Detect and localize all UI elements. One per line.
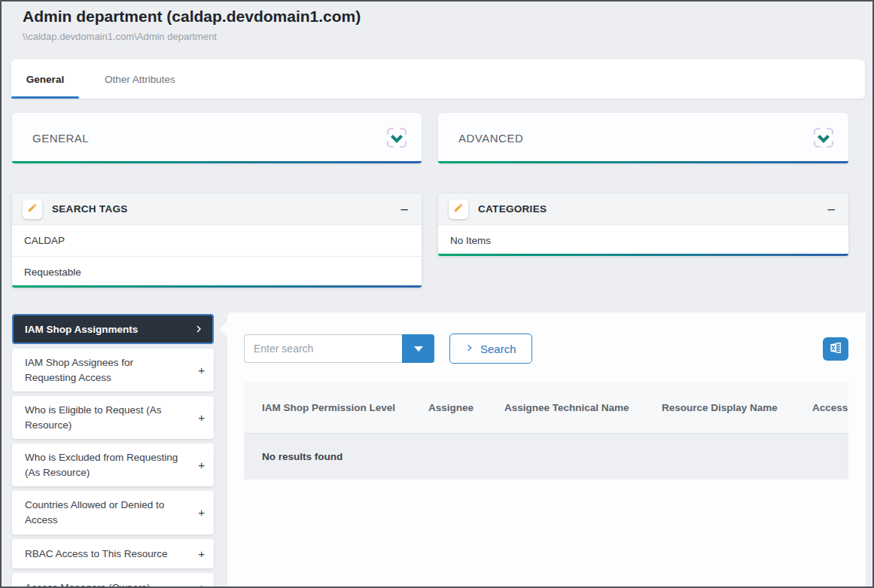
assignments-content-panel: Search IAM Shop Permission Level Assigne… <box>227 312 866 588</box>
search-tags-title: SEARCH TAGS <box>52 203 128 215</box>
menu-item-label: Access Managers (Owners) <box>25 580 151 588</box>
menu-item-rbac-access[interactable]: RBAC Access to This Resource + <box>12 539 214 569</box>
edit-categories-button[interactable] <box>449 200 468 219</box>
general-expand-button[interactable] <box>382 123 411 152</box>
menu-item-access-managers[interactable]: Access Managers (Owners) + <box>12 573 214 588</box>
menu-item-excluded-from-requesting[interactable]: Who is Excluded from Requesting (As Reso… <box>12 443 214 486</box>
assignments-table: IAM Shop Permission Level Assignee Assig… <box>244 382 848 480</box>
tab-other-attributes[interactable]: Other Attributes <box>88 59 192 99</box>
column-header-resource-display-name: Resource Display Name <box>662 402 812 413</box>
plus-glyph: + <box>193 457 205 474</box>
search-tag-item: Requestable <box>12 256 422 288</box>
chevron-down-icon <box>809 143 838 154</box>
caret-down-icon <box>414 346 423 352</box>
advanced-panel: ADVANCED <box>438 113 848 163</box>
plus-glyph: + <box>193 580 205 588</box>
column-header-assignee: Assignee <box>428 402 504 413</box>
tab-general[interactable]: General <box>11 59 79 99</box>
categories-card: CATEGORIES – No Items <box>438 193 848 256</box>
search-dropdown-button[interactable] <box>402 334 434 363</box>
plus-glyph: + <box>193 504 205 521</box>
menu-item-eligible-to-request[interactable]: Who is Eligible to Request (As Resource)… <box>12 396 214 439</box>
categories-collapse-button[interactable]: – <box>828 203 835 215</box>
column-header-assignee-technical-name: Assignee Technical Name <box>504 402 662 413</box>
column-header-permission-level: IAM Shop Permission Level <box>262 402 428 413</box>
chevron-down-icon <box>382 143 411 154</box>
breadcrumb: \\caldap.devdomain1.com\Admin department <box>23 31 361 42</box>
tab-bar: General Other Attributes <box>11 59 865 99</box>
pencil-icon <box>453 203 464 215</box>
table-header-row: IAM Shop Permission Level Assignee Assig… <box>244 382 848 433</box>
pencil-icon <box>27 203 38 215</box>
menu-item-countries-allowed-denied[interactable]: Countries Allowed or Denied to Access + <box>12 491 214 534</box>
tab-general-label: General <box>26 74 64 85</box>
menu-item-label: Who is Eligible to Request (As Resource) <box>25 403 187 432</box>
menu-item-label: Who is Excluded from Requesting (As Reso… <box>25 450 187 480</box>
search-button[interactable]: Search <box>449 334 532 364</box>
chevron-right-icon <box>194 324 203 334</box>
excel-icon <box>828 340 843 358</box>
assignments-toolbar: Search <box>244 334 848 364</box>
plus-glyph: + <box>193 410 205 426</box>
menu-item-iam-shop-assignees[interactable]: IAM Shop Assignees for Requesting Access… <box>12 349 214 391</box>
menu-item-label: IAM Shop Assignments <box>25 324 138 335</box>
menu-item-iam-shop-assignments[interactable]: IAM Shop Assignments <box>12 314 214 344</box>
active-item-pointer <box>220 321 227 337</box>
search-tags-collapse-button[interactable]: – <box>401 203 408 215</box>
menu-item-label: IAM Shop Assignees for Requesting Access <box>25 355 187 385</box>
general-panel-title: GENERAL <box>32 132 89 145</box>
search-input[interactable] <box>244 334 402 363</box>
export-excel-button[interactable] <box>823 337 848 361</box>
chevron-right-icon <box>465 343 474 355</box>
edit-search-tags-button[interactable] <box>23 200 42 219</box>
tab-other-attributes-label: Other Attributes <box>105 74 175 85</box>
minus-glyph: – <box>401 202 408 216</box>
page-header: Admin department (caldap.devdomain1.com)… <box>23 8 361 42</box>
general-panel: GENERAL <box>12 113 422 163</box>
plus-glyph: + <box>193 362 205 379</box>
column-header-access: Access <box>812 402 848 413</box>
plus-glyph: + <box>193 546 205 562</box>
page-title: Admin department (caldap.devdomain1.com) <box>23 8 361 26</box>
categories-title: CATEGORIES <box>478 203 547 215</box>
menu-item-label: Countries Allowed or Denied to Access <box>25 498 187 527</box>
search-tags-header: SEARCH TAGS – <box>12 193 422 224</box>
menu-item-label: RBAC Access to This Resource <box>25 547 168 562</box>
search-box <box>244 334 434 363</box>
categories-header: CATEGORIES – <box>438 193 848 224</box>
search-button-label: Search <box>480 343 516 355</box>
assignments-menu: IAM Shop Assignments IAM Shop Assignees … <box>12 314 214 588</box>
categories-empty-text: No Items <box>438 224 848 256</box>
table-empty-row: No results found <box>244 433 848 480</box>
advanced-panel-title: ADVANCED <box>458 132 523 145</box>
search-tag-item: CALDAP <box>12 224 422 256</box>
app-window: Admin department (caldap.devdomain1.com)… <box>0 0 874 588</box>
advanced-expand-button[interactable] <box>809 123 838 152</box>
minus-glyph: – <box>828 202 835 216</box>
search-tags-card: SEARCH TAGS – CALDAP Requestable <box>12 193 422 288</box>
